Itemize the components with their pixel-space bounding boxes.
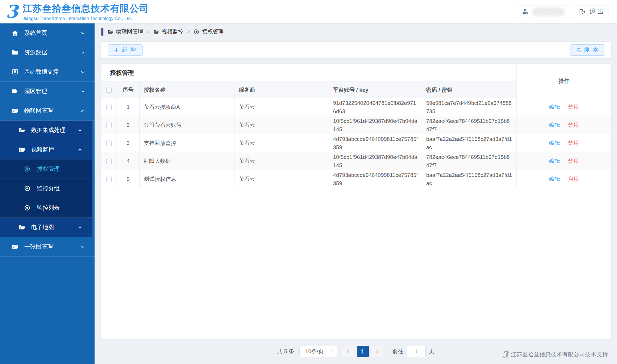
logout-label: 退 出 <box>589 7 604 16</box>
row-checkbox[interactable] <box>106 141 112 146</box>
cell-secret: baaf7a22a2aa54f5158c27ad3a7fd1ac <box>422 134 516 152</box>
sidebar-item-5[interactable]: 数据集成处理 <box>0 121 92 140</box>
company-name-en: Jiangsu Three&three Information Technolo… <box>23 16 149 21</box>
folder-open-icon <box>11 243 19 251</box>
logout-icon <box>579 8 586 15</box>
table-row: 1萤石云授权商A萤石云91d732254020464781e0fb82e9716… <box>101 98 516 116</box>
add-button[interactable]: 新 增 <box>108 44 143 56</box>
row-checkbox-cell <box>101 170 117 188</box>
action-toggle-link[interactable]: 禁用 <box>568 121 579 129</box>
sidebar-item-7[interactable]: 授权管理 <box>0 159 92 179</box>
content: 物联网管理 > 视频监控 > 授权管理 <box>95 23 617 364</box>
actions-row: 编辑禁用 <box>517 98 611 116</box>
action-edit-link[interactable]: 编辑 <box>549 103 560 111</box>
row-checkbox-cell <box>101 152 117 170</box>
search-button[interactable]: 搜 索 <box>570 44 605 56</box>
cell-provider: 萤石云 <box>235 134 329 152</box>
logout-button[interactable]: 退 出 <box>574 5 608 18</box>
breadcrumb-label: 视频监控 <box>162 28 183 35</box>
row-checkbox-cell <box>101 98 117 116</box>
chevron-down-icon <box>77 128 83 133</box>
folder-open-icon <box>18 223 26 231</box>
sidebar-item-label: 资源数据 <box>24 49 47 56</box>
folder-open-icon <box>11 107 19 115</box>
cell-index: 1 <box>117 98 140 116</box>
cell-index: 5 <box>117 170 140 188</box>
column-header-index: 序号 <box>117 81 140 98</box>
row-checkbox[interactable] <box>106 123 112 128</box>
breadcrumb-separator: > <box>147 29 150 35</box>
search-icon <box>576 47 582 53</box>
sidebar-item-6[interactable]: 视频监控 <box>0 140 92 159</box>
cell-name: 测试授权信息 <box>140 170 235 188</box>
target-icon <box>193 29 199 35</box>
cell-secret: 782eac46ece784469511b97d15b847f7 <box>422 116 516 134</box>
logo-mark: 3 <box>6 4 18 20</box>
action-edit-link[interactable]: 编辑 <box>549 121 560 129</box>
search-button-label: 搜 索 <box>584 46 599 54</box>
sidebar-item-3[interactable]: 园区管理 <box>0 82 95 101</box>
sidebar-item-10[interactable]: 电子地图 <box>0 218 92 237</box>
sidebar-item-label: 系统首页 <box>24 29 47 37</box>
chevron-down-icon <box>329 348 333 355</box>
topbar: 3 江苏叁拾叁信息技术有限公司 Jiangsu Three&three Info… <box>0 0 617 23</box>
page-size-select[interactable]: 10条/页 <box>299 346 337 357</box>
cell-provider: 萤石云 <box>235 170 329 188</box>
action-edit-link[interactable]: 编辑 <box>549 139 560 147</box>
sidebar-item-0[interactable]: 系统首页 <box>0 23 95 43</box>
table-row: 5测试授权信息萤石云4d793abccde9464099811ce75785f3… <box>101 170 516 188</box>
table-header-row: 序号 授权名称 服务商 平台账号 / key 密码 / 密钥 <box>101 81 516 98</box>
column-header-provider: 服务商 <box>235 81 329 98</box>
sidebar-item-2[interactable]: 基础数据支撑 <box>0 62 95 82</box>
chevron-down-icon <box>80 89 85 94</box>
current-page-button[interactable]: 1 <box>357 346 369 357</box>
topbar-actions: 退 出 <box>517 5 608 18</box>
breadcrumb: 物联网管理 > 视频监控 > 授权管理 <box>95 23 617 38</box>
sidebar-item-1[interactable]: 资源数据 <box>0 43 95 62</box>
table-row: 4射阳大数据萤石云10f5cb1f961d429387d90e47b04da14… <box>101 152 516 170</box>
action-edit-link[interactable]: 编辑 <box>549 157 560 165</box>
company-name-cn: 江苏叁拾叁信息技术有限公司 <box>23 2 149 15</box>
sidebar-item-9[interactable]: 监控列表 <box>0 198 92 218</box>
select-all-checkbox[interactable] <box>106 87 112 93</box>
cell-key: 91d732254020464781e0fb82e9716d63 <box>329 98 422 116</box>
breadcrumb-label: 物联网管理 <box>116 28 143 35</box>
page-size-value: 10条/页 <box>305 348 324 355</box>
row-checkbox-cell <box>101 134 117 152</box>
breadcrumb-item-auth[interactable]: 授权管理 <box>193 28 224 35</box>
cell-secret: 59e981ca7e7d449bcf21e2a374888735 <box>422 98 516 116</box>
sidebar-item-11[interactable]: 一张图管理 <box>0 237 95 257</box>
plus-icon <box>114 47 119 53</box>
column-header-name: 授权名称 <box>140 81 235 98</box>
folder-icon <box>153 29 159 35</box>
cell-provider: 萤石云 <box>235 152 329 170</box>
action-edit-link[interactable]: 编辑 <box>549 175 560 183</box>
breadcrumb-item-iot[interactable]: 物联网管理 <box>107 28 143 35</box>
row-checkbox[interactable] <box>106 105 112 110</box>
bottom-band: 共 5 条 10条/页 1 <box>95 339 617 364</box>
folder-icon <box>11 49 19 56</box>
next-page-button[interactable] <box>371 346 383 357</box>
sidebar-item-8[interactable]: 监控分组 <box>0 179 92 198</box>
user-account-button[interactable] <box>517 5 569 18</box>
actions-column: 操作 编辑禁用编辑禁用编辑禁用编辑禁用编辑启用 <box>516 64 611 188</box>
action-toggle-link[interactable]: 启用 <box>568 175 579 183</box>
chevron-down-icon <box>80 50 85 55</box>
sidebar-item-label: 一张图管理 <box>24 243 53 251</box>
table-body: 1萤石云授权商A萤石云91d732254020464781e0fb82e9716… <box>101 98 516 188</box>
row-checkbox[interactable] <box>106 159 112 164</box>
row-checkbox[interactable] <box>106 177 112 182</box>
screen: 3 江苏叁拾叁信息技术有限公司 Jiangsu Three&three Info… <box>0 0 617 364</box>
action-toggle-link[interactable]: 禁用 <box>568 103 579 111</box>
cell-index: 4 <box>117 152 140 170</box>
sidebar-item-4[interactable]: 物联网管理 <box>0 101 95 121</box>
add-button-label: 新 增 <box>122 46 137 54</box>
goto-page-input[interactable] <box>407 346 426 357</box>
cell-index: 3 <box>117 134 140 152</box>
prev-page-button[interactable] <box>342 346 354 357</box>
breadcrumb-item-video[interactable]: 视频监控 <box>153 28 183 35</box>
actions-row: 编辑启用 <box>517 170 611 188</box>
action-toggle-link[interactable]: 禁用 <box>568 139 579 147</box>
action-toggle-link[interactable]: 禁用 <box>568 157 579 165</box>
cell-key: 4d793abccde9464099811ce75785f359 <box>329 170 422 188</box>
